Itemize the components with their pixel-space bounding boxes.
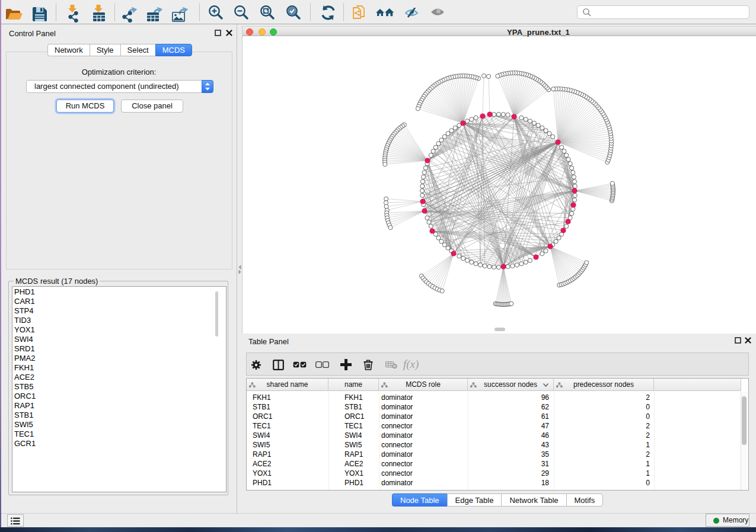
svg-text:f(x): f(x) (403, 359, 419, 371)
